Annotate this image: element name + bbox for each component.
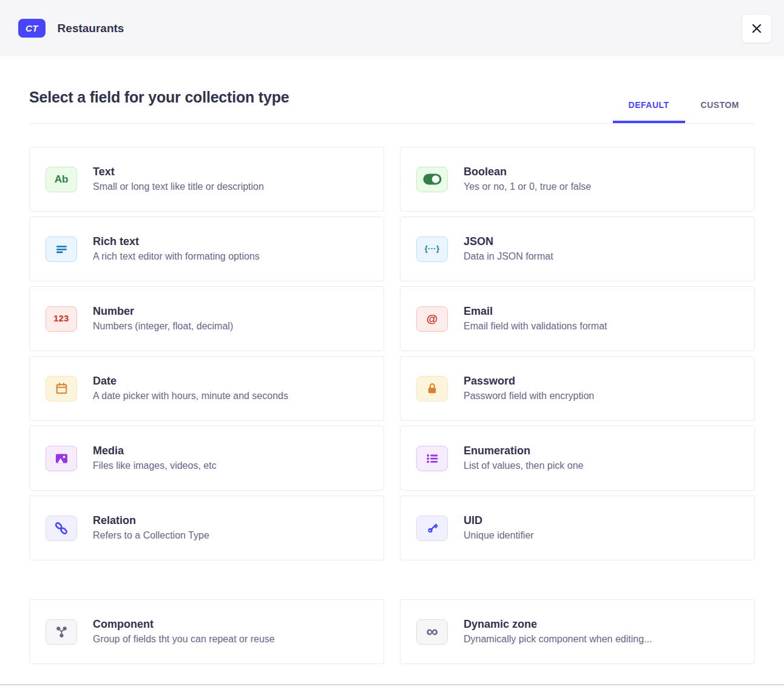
picture-icon [46, 446, 77, 471]
field-card-description: Group of fields tht you can repeat or re… [93, 633, 275, 646]
field-card-date[interactable]: Date A date picker with hours, minute an… [29, 356, 384, 421]
field-card-relation[interactable]: Relation Refers to a Collection Type [29, 496, 384, 560]
field-card-title: Media [93, 444, 217, 457]
branch-icon [46, 619, 77, 645]
heading-row: Select a field for your collection type … [29, 89, 755, 124]
curly-braces-icon: {···} [416, 237, 448, 262]
field-card-number[interactable]: 123 Number Numbers (integer, float, deci… [29, 286, 384, 351]
collection-title: Restaurants [58, 22, 124, 35]
field-card-title: Password [464, 374, 594, 388]
field-card-richtext[interactable]: Rich text A rich text editor with format… [29, 217, 384, 281]
lock-icon [416, 376, 448, 402]
field-card-description: Email field with validations format [464, 320, 607, 333]
infinity-icon: ∞ [416, 619, 448, 645]
field-card-description: List of values, then pick one [464, 459, 583, 472]
field-card-text[interactable]: Ab Text Small or long text like title or… [29, 147, 384, 212]
field-card-title: Boolean [464, 165, 591, 178]
tab-bar: DEFAULT CUSTOM [613, 100, 755, 123]
close-icon [751, 23, 762, 34]
field-card-email[interactable]: @ Email Email field with validations for… [400, 286, 755, 351]
calendar-icon [46, 376, 77, 402]
custom-fields-grid: Component Group of fields tht you can re… [29, 599, 755, 664]
text-lines-icon [46, 237, 77, 262]
close-button[interactable] [742, 14, 772, 43]
field-card-title: Dynamic zone [464, 617, 652, 631]
chain-link-icon [46, 516, 77, 541]
field-card-description: A rich text editor with formating option… [93, 250, 260, 263]
page-title: Select a field for your collection type [29, 89, 289, 106]
field-card-description: Yes or no, 1 or 0, true or false [464, 180, 591, 193]
field-card-description: Password field with encryption [464, 389, 594, 403]
field-card-title: Date [93, 374, 288, 388]
field-card-title: Enumeration [464, 444, 583, 457]
field-card-media[interactable]: Media Files like images, videos, etc [29, 426, 384, 491]
field-card-component[interactable]: Component Group of fields tht you can re… [29, 599, 384, 664]
field-card-title: Number [93, 304, 233, 318]
field-card-title: Text [93, 165, 264, 178]
default-fields-grid: Ab Text Small or long text like title or… [29, 147, 755, 560]
modal-body: Select a field for your collection type … [0, 89, 784, 664]
field-card-title: Component [93, 617, 275, 631]
field-card-title: JSON [464, 235, 553, 248]
field-card-description: A date picker with hours, minute and sec… [93, 389, 288, 403]
key-icon [416, 516, 448, 541]
tab-default[interactable]: DEFAULT [613, 100, 685, 123]
field-card-uid[interactable]: UID Unique identifier [400, 496, 755, 560]
collection-type-badge: CT [18, 19, 46, 38]
at-sign-icon: @ [416, 306, 448, 332]
number-123-icon: 123 [46, 306, 77, 332]
field-card-password[interactable]: Password Password field with encryption [400, 356, 755, 421]
field-card-description: Refers to a Collection Type [93, 529, 209, 542]
field-card-title: Rich text [93, 235, 260, 248]
field-card-description: Files like images, videos, etc [93, 459, 217, 472]
field-card-title: UID [464, 514, 534, 527]
bottom-divider [0, 684, 784, 685]
field-card-description: Data in JSON format [464, 250, 553, 263]
field-card-json[interactable]: {···} JSON Data in JSON format [400, 217, 755, 281]
field-card-title: Relation [93, 514, 209, 527]
modal-header: CT Restaurants [0, 0, 784, 56]
field-card-enumeration[interactable]: Enumeration List of values, then pick on… [400, 426, 755, 491]
field-card-description: Unique identifier [464, 529, 534, 542]
field-card-dynamiczone[interactable]: ∞ Dynamic zone Dynamically pick componen… [400, 599, 755, 664]
field-card-description: Numbers (integer, float, decimal) [93, 320, 233, 333]
toggle-on-icon [416, 167, 448, 192]
field-card-description: Dynamically pick component when editing.… [464, 633, 652, 646]
field-card-description: Small or long text like title or descrip… [93, 180, 264, 193]
field-card-boolean[interactable]: Boolean Yes or no, 1 or 0, true or false [400, 147, 755, 212]
bullet-list-icon [416, 446, 448, 471]
text-ab-icon: Ab [46, 167, 77, 192]
field-card-title: Email [464, 304, 607, 318]
tab-custom[interactable]: CUSTOM [685, 100, 755, 123]
